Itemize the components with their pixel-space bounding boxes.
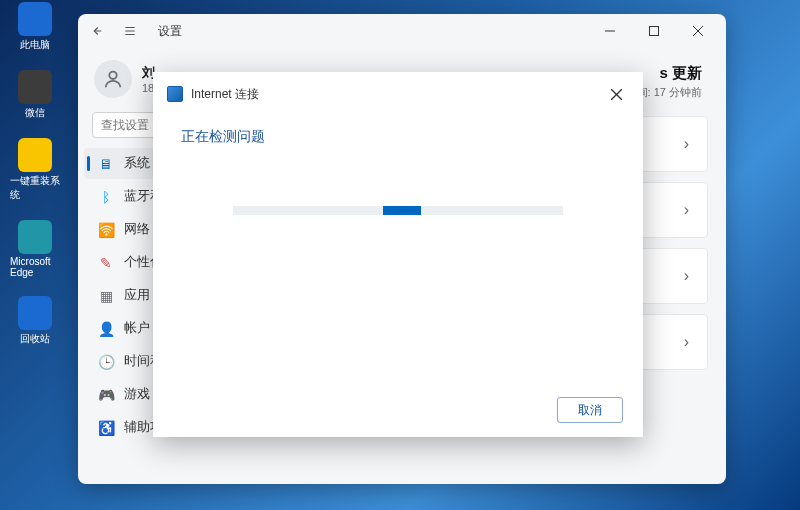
accessibility-icon: ♿ (98, 420, 114, 436)
window-title: 设置 (158, 23, 182, 40)
dialog-close-button[interactable] (601, 82, 631, 106)
desktop-icon[interactable]: Microsoft Edge (10, 220, 60, 278)
desktop-icon-label: 微信 (25, 106, 45, 120)
desktop-icon[interactable]: 回收站 (10, 296, 60, 346)
progress-segment (383, 206, 421, 215)
bluetooth-icon: ᛒ (98, 189, 114, 205)
back-button[interactable] (84, 19, 108, 43)
progress-bar (233, 206, 563, 215)
svg-rect-5 (650, 27, 659, 36)
chevron-right-icon: › (684, 267, 689, 285)
chevron-right-icon: › (684, 333, 689, 351)
maximize-button[interactable] (632, 15, 676, 47)
sidebar-item-label: 游戏 (124, 386, 150, 403)
display-icon: 🖥 (98, 156, 114, 172)
desktop-icon-label: 此电脑 (20, 38, 50, 52)
desktop-icons: 此电脑微信一键重装系统Microsoft Edge回收站 (10, 0, 60, 346)
apps-icon: ▦ (98, 288, 114, 304)
desktop-icon[interactable]: 此电脑 (10, 2, 60, 52)
desktop-icon[interactable]: 一键重装系统 (10, 138, 60, 202)
dialog-title: Internet 连接 (191, 86, 259, 103)
wifi-icon: 🛜 (98, 222, 114, 238)
minimize-button[interactable] (588, 15, 632, 47)
close-button[interactable] (676, 15, 720, 47)
sidebar-item-label: 应用 (124, 287, 150, 304)
desktop-icon[interactable]: 微信 (10, 70, 60, 120)
cancel-button[interactable]: 取消 (557, 397, 623, 423)
desktop-icon-label: 一键重装系统 (10, 174, 60, 202)
time-icon: 🕒 (98, 354, 114, 370)
dialog-heading: 正在检测问题 (181, 128, 615, 146)
chevron-right-icon: › (684, 135, 689, 153)
network-diag-icon (167, 86, 183, 102)
troubleshoot-dialog: Internet 连接 正在检测问题 取消 (153, 72, 643, 437)
titlebar: 设置 (78, 14, 726, 48)
accounts-icon: 👤 (98, 321, 114, 337)
svg-point-8 (109, 72, 116, 79)
personalize-icon: ✎ (98, 255, 114, 271)
sidebar-item-label: 系统 (124, 155, 150, 172)
chevron-right-icon: › (684, 201, 689, 219)
menu-button[interactable] (118, 19, 142, 43)
gaming-icon: 🎮 (98, 387, 114, 403)
avatar (94, 60, 132, 98)
desktop-icon-label: 回收站 (20, 332, 50, 346)
sidebar-item-label: 帐户 (124, 320, 150, 337)
desktop-icon-label: Microsoft Edge (10, 256, 60, 278)
